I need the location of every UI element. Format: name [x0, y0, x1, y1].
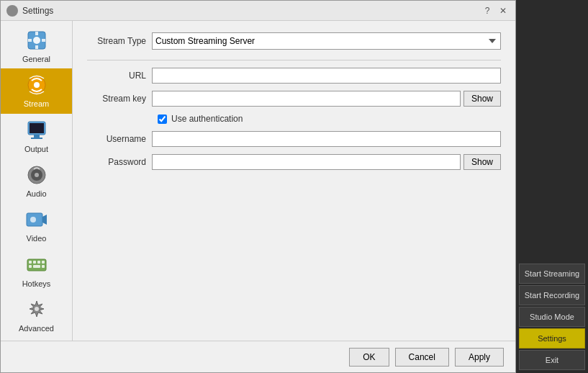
main-content: Stream Type Custom Streaming Server Twit… [73, 21, 515, 341]
bottom-bar: OK Cancel Apply [1, 341, 515, 372]
audio-icon [25, 163, 48, 186]
svg-rect-5 [42, 39, 45, 42]
stream-key-show-button[interactable]: Show [463, 91, 501, 107]
sidebar: General Stream [1, 21, 73, 341]
general-icon [25, 29, 48, 52]
stream-type-row: Stream Type Custom Streaming Server Twit… [87, 32, 501, 50]
stream-key-input[interactable] [152, 91, 461, 107]
advanced-icon [25, 298, 48, 321]
studio-mode-button[interactable]: Studio Mode [519, 307, 585, 327]
password-input[interactable] [152, 154, 461, 170]
stream-type-select[interactable]: Custom Streaming Server Twitch YouTube /… [152, 32, 501, 50]
hotkeys-icon [25, 253, 48, 277]
sidebar-label-video: Video [27, 234, 47, 243]
svg-rect-22 [42, 261, 45, 264]
sidebar-item-general[interactable]: General [1, 24, 72, 68]
sidebar-item-audio[interactable]: Audio [1, 158, 72, 203]
svg-rect-25 [42, 265, 45, 268]
separator [87, 60, 501, 60]
username-label: Username [87, 134, 152, 144]
title-bar-left: Settings [6, 5, 53, 17]
cancel-button[interactable]: Cancel [395, 348, 449, 367]
svg-rect-2 [35, 32, 38, 35]
settings-button[interactable]: Settings [519, 328, 585, 349]
sidebar-label-advanced: Advanced [19, 324, 54, 333]
use-auth-checkbox[interactable] [158, 114, 167, 124]
svg-rect-3 [35, 45, 38, 49]
svg-point-26 [35, 307, 39, 311]
svg-rect-11 [30, 123, 44, 133]
svg-rect-10 [31, 138, 42, 139]
sidebar-label-stream: Stream [24, 99, 49, 108]
svg-rect-23 [29, 265, 32, 268]
svg-point-17 [30, 217, 36, 223]
username-input[interactable] [152, 131, 501, 147]
password-show-button[interactable]: Show [463, 154, 501, 170]
video-icon [25, 208, 48, 231]
stream-key-label: Stream key [87, 94, 152, 104]
close-button[interactable]: ✕ [497, 4, 510, 17]
sidebar-label-audio: Audio [26, 189, 46, 198]
svg-rect-21 [37, 261, 40, 264]
sidebar-label-hotkeys: Hotkeys [22, 279, 51, 288]
stream-type-label: Stream Type [87, 36, 152, 46]
sidebar-label-general: General [22, 55, 50, 63]
title-bar-text: Settings [22, 6, 53, 16]
sidebar-label-output: Output [24, 145, 48, 153]
sidebar-item-hotkeys[interactable]: Hotkeys [1, 248, 72, 292]
password-label: Password [87, 157, 152, 167]
output-icon [25, 119, 48, 142]
settings-window-icon [6, 5, 18, 17]
svg-marker-16 [42, 215, 47, 225]
url-row: URL [87, 68, 501, 84]
title-bar: Settings ? ✕ [1, 1, 515, 21]
svg-rect-24 [33, 265, 40, 268]
url-label: URL [87, 71, 152, 81]
help-button[interactable]: ? [481, 4, 494, 17]
username-row: Username [87, 131, 501, 147]
right-panel: Start Streaming Start Recording Studio M… [516, 0, 588, 373]
svg-point-14 [35, 173, 39, 177]
sidebar-item-output[interactable]: Output [1, 114, 72, 158]
use-auth-row: Use authentication [158, 114, 501, 124]
url-input[interactable] [152, 68, 501, 84]
sidebar-item-advanced[interactable]: Advanced [1, 293, 72, 338]
window-body: General Stream [1, 21, 515, 341]
exit-button[interactable]: Exit [519, 350, 585, 370]
svg-rect-20 [33, 261, 36, 264]
title-bar-controls: ? ✕ [481, 4, 510, 17]
right-panel-buttons: Start Streaming Start Recording Studio M… [516, 261, 588, 373]
svg-point-1 [33, 37, 40, 44]
stream-key-row: Stream key Show [87, 91, 501, 107]
ok-button[interactable]: OK [349, 348, 389, 367]
sidebar-item-video[interactable]: Video [1, 203, 72, 248]
start-recording-button[interactable]: Start Recording [519, 285, 585, 305]
start-streaming-button[interactable]: Start Streaming [519, 264, 585, 284]
settings-window: Settings ? ✕ Genera [0, 0, 516, 373]
apply-button[interactable]: Apply [455, 348, 504, 367]
svg-point-7 [34, 82, 40, 88]
password-row: Password Show [87, 154, 501, 170]
svg-rect-9 [34, 135, 40, 138]
use-auth-label: Use authentication [171, 114, 243, 124]
stream-icon [25, 73, 48, 96]
svg-rect-4 [28, 39, 32, 42]
svg-rect-19 [29, 261, 32, 264]
sidebar-item-stream[interactable]: Stream [1, 68, 72, 113]
